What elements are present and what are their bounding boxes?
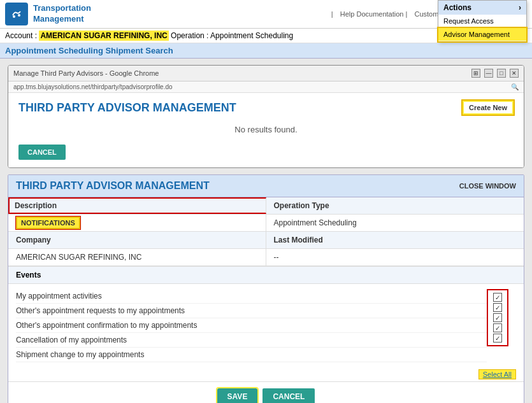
no-results-text: No results found. <box>18 125 514 134</box>
advisor-management-item[interactable]: Advisor Management <box>438 28 526 41</box>
event-item-3: Cancellation of my appointments <box>16 333 487 348</box>
select-all-row: Select All <box>8 367 524 382</box>
checkbox-event-2[interactable]: ✓ <box>493 313 502 322</box>
form-row-headers-2: Company Last Modified <box>8 232 524 249</box>
brand-text: Transportation Management <box>33 3 91 25</box>
advisor-panel-title: THIRD PARTY ADVISOR MANAGEMENT <box>16 180 210 192</box>
brand-icon <box>5 3 28 25</box>
checkbox-event-0[interactable]: ✓ <box>493 293 502 302</box>
top-navigation: Transportation Management | Help Documen… <box>0 0 532 29</box>
svg-point-1 <box>13 15 15 18</box>
svg-point-0 <box>10 8 23 20</box>
company-value-cell: AMERICAN SUGAR REFINING, INC <box>8 249 266 265</box>
event-item-4: Shipment change to my appointments <box>16 348 487 362</box>
select-all-link[interactable]: Select All <box>478 369 516 379</box>
browser-panel-heading: THIRD PARTY ADVISOR MANAGEMENT Create Ne… <box>18 101 514 115</box>
operation-type-value-cell: Appointment Scheduling <box>266 215 524 231</box>
operation-value: Appointment Scheduling <box>210 31 293 40</box>
browser-minimize-icon[interactable]: — <box>484 69 493 78</box>
events-list: My appointment activities Other's appoin… <box>16 286 487 365</box>
browser-maximize-icon[interactable]: □ <box>497 69 506 78</box>
chevron-icon: › <box>519 3 521 12</box>
event-item-0: My appointment activities <box>16 289 487 304</box>
browser-close-icon[interactable]: ✕ <box>510 69 519 78</box>
page-title: Appointment Scheduling Shipment Search <box>0 43 532 59</box>
description-value-cell: NOTIFICATIONS <box>8 215 266 231</box>
form-actions: SAVE CANCEL <box>8 382 524 403</box>
browser-cancel-button[interactable]: CANCEL <box>18 145 66 160</box>
cancel-button[interactable]: CANCEL <box>262 388 315 403</box>
form-row-headers-1: Description Operation Type <box>8 197 524 215</box>
checkbox-event-4[interactable]: ✓ <box>493 334 502 343</box>
events-header: Events <box>8 266 524 284</box>
advisor-panel-header: THIRD PARTY ADVISOR MANAGEMENT CLOSE WIN… <box>8 175 524 197</box>
account-name: AMERICAN SUGAR REFINING, INC <box>39 31 168 41</box>
account-label: Account : <box>5 31 37 40</box>
last-modified-value-cell: -- <box>266 249 524 265</box>
create-new-button[interactable]: Create New <box>463 101 514 115</box>
checkbox-event-1[interactable]: ✓ <box>493 303 502 312</box>
operation-type-header: Operation Type <box>266 197 524 214</box>
actions-dropdown: Actions › Request Access Advisor Managem… <box>438 0 527 42</box>
form-row-values-2: AMERICAN SUGAR REFINING, INC -- <box>8 249 524 266</box>
browser-controls: ⊞ — □ ✕ <box>471 69 519 78</box>
browser-window: Manage Third Party Advisors - Google Chr… <box>8 65 524 168</box>
notifications-badge: NOTIFICATIONS <box>16 216 80 229</box>
event-item-1: Other's appointment requests to my appoi… <box>16 304 487 318</box>
last-modified-header: Last Modified <box>266 232 524 248</box>
event-item-2: Other's appointment confirmation to my a… <box>16 318 487 333</box>
request-access-item[interactable]: Request Access <box>438 15 526 28</box>
help-documentation-link[interactable]: Help Documentation <box>340 10 404 18</box>
operation-label: Operation : <box>171 31 208 40</box>
checkbox-event-3[interactable]: ✓ <box>493 323 502 332</box>
separator-2: | <box>406 10 410 18</box>
browser-url: app.tms.blujaysolutions.net/thirdparty/t… <box>13 83 173 90</box>
separator-1: | <box>331 10 335 18</box>
form-row-values-1: NOTIFICATIONS Appointment Scheduling <box>8 215 524 232</box>
company-header: Company <box>8 232 266 248</box>
events-section: My appointment activities Other's appoin… <box>8 284 524 367</box>
browser-title: Manage Third Party Advisors - Google Chr… <box>13 69 159 77</box>
browser-search-icon: 🔍 <box>511 83 519 90</box>
actions-menu-header[interactable]: Actions › <box>438 1 526 15</box>
save-button[interactable]: SAVE <box>217 388 258 403</box>
advisor-panel: THIRD PARTY ADVISOR MANAGEMENT CLOSE WIN… <box>8 174 524 403</box>
advisor-panel-body: Description Operation Type NOTIFICATIONS… <box>8 197 524 403</box>
browser-grid-icon[interactable]: ⊞ <box>471 69 480 78</box>
browser-titlebar: Manage Third Party Advisors - Google Chr… <box>8 66 524 81</box>
brand-area: Transportation Management <box>5 3 91 25</box>
browser-address-bar: app.tms.blujaysolutions.net/thirdparty/t… <box>8 81 524 93</box>
event-checkboxes-group: ✓ ✓ ✓ ✓ ✓ <box>487 289 508 346</box>
description-header: Description <box>8 197 266 214</box>
close-window-button[interactable]: CLOSE WINDOW <box>459 182 516 190</box>
svg-point-2 <box>18 14 20 17</box>
browser-content: THIRD PARTY ADVISOR MANAGEMENT Create Ne… <box>8 93 524 167</box>
